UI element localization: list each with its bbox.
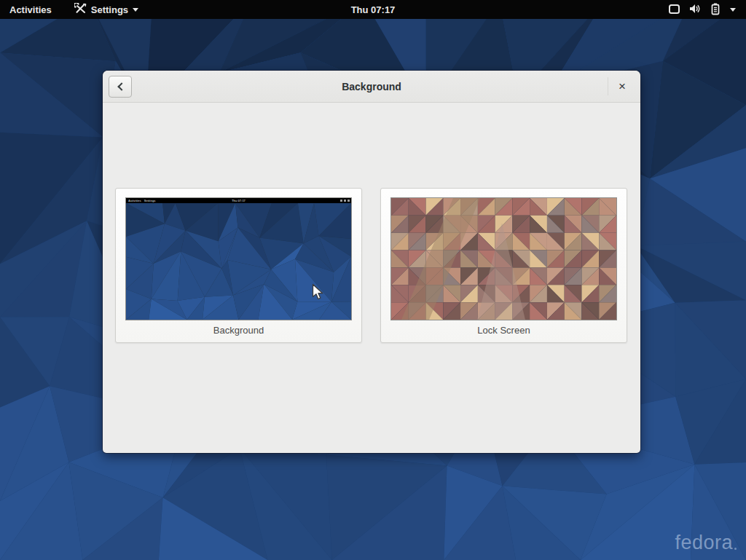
mini-top-bar: Activities Settings Thu 07:17 xyxy=(126,198,351,203)
settings-tools-icon xyxy=(74,3,87,16)
activities-label: Activities xyxy=(9,4,52,15)
dialog-title: Background xyxy=(103,71,640,103)
mouse-cursor xyxy=(312,283,325,304)
clock-label: Thu 07:17 xyxy=(351,4,396,15)
fedora-trademark-dot xyxy=(734,548,737,550)
mini-status-icons xyxy=(340,200,350,202)
activities-button[interactable]: Activities xyxy=(0,0,61,19)
close-icon: × xyxy=(619,79,626,94)
chevron-down-icon xyxy=(133,8,138,12)
card-label: Lock Screen xyxy=(381,320,627,342)
clock-button[interactable]: Thu 07:17 xyxy=(351,0,396,19)
lock-screen-preview-card[interactable]: Lock Screen xyxy=(380,188,627,343)
lock-screen-pattern-image xyxy=(391,198,616,320)
card-label: Background xyxy=(116,320,361,342)
system-status-menu[interactable] xyxy=(664,0,740,19)
app-menu-label: Settings xyxy=(91,4,128,15)
mini-activities-label: Activities xyxy=(128,198,141,203)
chevron-down-icon xyxy=(730,8,736,12)
battery-icon xyxy=(709,2,722,17)
volume-icon xyxy=(688,3,701,17)
mini-clock-label: Thu 07:17 xyxy=(232,198,246,203)
background-dialog: Background × Activities Settings Thu 07:… xyxy=(103,71,640,453)
screen-icon xyxy=(668,3,680,17)
app-menu-settings[interactable]: Settings xyxy=(67,0,146,19)
top-bar: Activities Settings Thu 07:17 xyxy=(0,0,746,19)
fedora-logo: fedora xyxy=(675,532,733,554)
background-preview-card[interactable]: Activities Settings Thu 07:17 Background xyxy=(115,188,362,343)
dialog-header: Background × xyxy=(103,71,640,103)
lock-screen-thumbnail xyxy=(390,197,617,320)
close-button[interactable]: × xyxy=(608,71,636,103)
mini-settings-label: Settings xyxy=(144,198,156,203)
